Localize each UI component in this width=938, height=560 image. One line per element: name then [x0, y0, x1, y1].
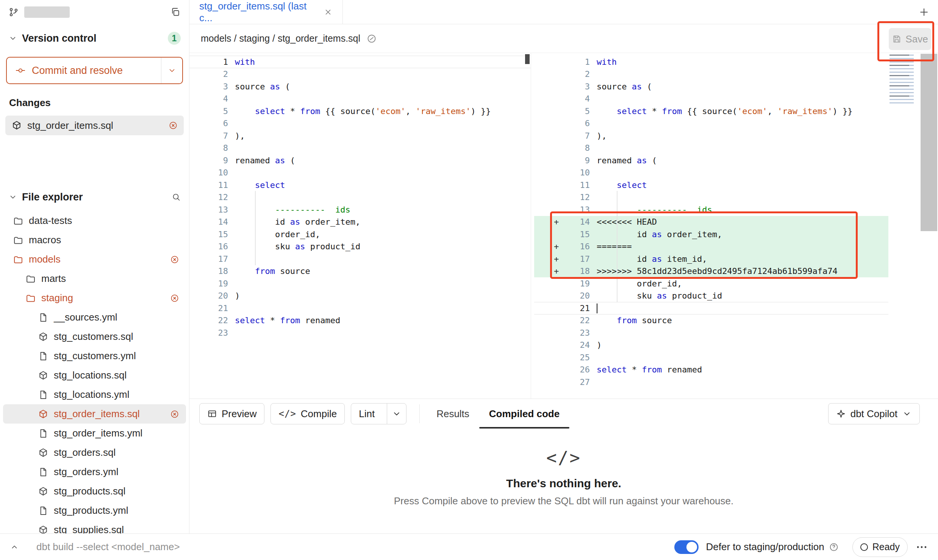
lint-options-dropdown[interactable] [387, 404, 406, 424]
code-line[interactable]: +16======= [534, 241, 888, 253]
code-line[interactable]: 20 sku as product_id [534, 290, 888, 302]
file-tree-item[interactable]: __sources.yml [3, 308, 186, 327]
discard-file-icon[interactable] [170, 294, 179, 303]
ide-status-badge[interactable]: Ready [852, 537, 908, 557]
code-line[interactable]: 14 id as order_item, [189, 216, 531, 228]
copy-icon[interactable] [170, 7, 181, 17]
code-line[interactable]: 1with [534, 56, 888, 68]
code-line[interactable]: 15 id as order_item, [534, 228, 888, 241]
file-tree-item[interactable]: stg_supplies.sql [3, 520, 186, 533]
save-button[interactable]: Save [889, 28, 931, 50]
code-line[interactable]: 13 ---------- ids [189, 203, 531, 216]
tab-compiled-code[interactable]: Compiled code [479, 399, 569, 429]
file-tree-item[interactable]: stg_order_items.yml [3, 424, 186, 443]
dbt-copilot-button[interactable]: dbt Copilot [828, 403, 920, 424]
file-tree-item[interactable]: models [3, 250, 186, 269]
code-line[interactable]: 1with [189, 56, 531, 68]
code-line[interactable]: 9renamed as ( [189, 154, 531, 167]
file-explorer-header[interactable]: File explorer [0, 183, 189, 211]
editor-pane-right[interactable]: 1with23source as (45 select * from {{ so… [534, 53, 888, 399]
code-line[interactable]: 7), [189, 130, 531, 142]
code-line[interactable]: 5 select * from {{ source('ecom', 'raw_i… [189, 105, 531, 117]
code-line[interactable]: 2 [189, 68, 531, 81]
editor-scrollbar-thumb[interactable] [921, 54, 937, 231]
code-line[interactable]: 4 [534, 93, 888, 105]
search-icon[interactable] [172, 192, 181, 202]
file-tree-item[interactable]: stg_order_items.sql [3, 404, 186, 424]
code-line[interactable]: 26select * from renamed [534, 364, 888, 376]
minimap[interactable] [890, 55, 916, 105]
file-tree-item[interactable]: stg_orders.sql [3, 443, 186, 462]
code-line[interactable]: 19 [189, 277, 531, 290]
commit-and-resolve-button[interactable]: Commit and resolve [6, 57, 183, 84]
code-line[interactable]: 22select * from renamed [189, 314, 531, 327]
file-tree-item[interactable]: stg_products.sql [3, 482, 186, 501]
code-line[interactable]: 23 [189, 327, 531, 339]
discard-file-icon[interactable] [169, 121, 178, 130]
expand-command-bar-icon[interactable] [10, 543, 19, 552]
code-line[interactable]: 25 [534, 351, 888, 364]
code-line[interactable]: 27 [534, 376, 888, 388]
branch-icon[interactable] [8, 7, 19, 17]
code-line[interactable]: 22 from source [534, 314, 888, 327]
code-line[interactable]: 8 [189, 142, 531, 155]
code-line[interactable]: 23 [534, 327, 888, 339]
file-tree-item[interactable]: stg_products.yml [3, 501, 186, 520]
code-line[interactable]: 12 [534, 191, 888, 204]
editor-pane-left[interactable]: 1with23source as (45 select * from {{ so… [189, 53, 531, 399]
commit-options-dropdown[interactable] [161, 58, 182, 83]
code-line[interactable]: 10 [534, 167, 888, 179]
version-control-header[interactable]: Version control 1 [0, 24, 189, 52]
code-line[interactable]: 15 order_id, [189, 228, 531, 241]
tab-stg-order-items[interactable]: stg_order_items.sql (last c... [189, 0, 343, 24]
compile-button[interactable]: </> Compile [270, 403, 345, 424]
code-line[interactable]: 12 [189, 191, 531, 204]
commit-button-main[interactable]: Commit and resolve [7, 58, 161, 83]
breadcrumb[interactable]: models / staging / stg_order_items.sql [201, 33, 360, 44]
code-line[interactable]: 19 order_id, [534, 277, 888, 290]
close-icon[interactable] [324, 8, 333, 17]
file-tree-item[interactable]: stg_customers.sql [3, 327, 186, 346]
code-line[interactable]: +18>>>>>>> 58c1dd23d5eebd9cd2495fa7124ab… [534, 265, 888, 278]
code-line[interactable]: 11 select [534, 179, 888, 191]
code-line[interactable]: 17 [189, 253, 531, 265]
code-line[interactable]: 6 [534, 117, 888, 130]
code-line[interactable]: 7), [534, 130, 888, 142]
code-line[interactable]: +17 id as item_id, [534, 253, 888, 265]
editor-scrollbar[interactable] [920, 53, 938, 399]
file-tree-item[interactable]: macros [3, 230, 186, 250]
command-input[interactable]: dbt build --select <model_name> [36, 541, 180, 553]
file-tree-item[interactable]: marts [3, 269, 186, 288]
file-tree-item[interactable]: stg_locations.yml [3, 385, 186, 404]
code-line[interactable]: 10 [189, 167, 531, 179]
defer-toggle[interactable] [674, 540, 699, 554]
file-tree-item[interactable]: data-tests [3, 211, 186, 230]
code-line[interactable]: 2 [534, 68, 888, 81]
file-tree-item[interactable]: stg_locations.sql [3, 366, 186, 385]
code-line[interactable]: 4 [189, 93, 531, 105]
lint-button-main[interactable]: Lint [351, 404, 382, 424]
code-line[interactable]: 3source as ( [534, 80, 888, 93]
code-line[interactable]: 21 [534, 302, 888, 314]
file-tree-item[interactable]: stg_customers.yml [3, 346, 186, 366]
pane-scrollbar-thumb[interactable] [525, 54, 530, 64]
code-line[interactable]: 9renamed as ( [534, 154, 888, 167]
code-line[interactable]: 5 select * from {{ source('ecom', 'raw_i… [534, 105, 888, 117]
code-line[interactable]: 16 sku as product_id [189, 241, 531, 253]
lint-button[interactable]: Lint [351, 403, 406, 424]
code-line[interactable]: 18 from source [189, 265, 531, 278]
preview-button[interactable]: Preview [199, 403, 264, 424]
more-options-icon[interactable] [915, 541, 928, 554]
code-line[interactable]: +14<<<<<<< HEAD [534, 216, 888, 228]
code-line[interactable]: 13 ---------- ids [534, 203, 888, 216]
changed-file-row[interactable]: stg_order_items.sql [5, 116, 184, 135]
code-line[interactable]: 24) [534, 339, 888, 352]
code-line[interactable]: 21 [189, 302, 531, 314]
code-line[interactable]: 8 [534, 142, 888, 155]
code-line[interactable]: 11 select [189, 179, 531, 191]
new-tab-icon[interactable] [918, 6, 930, 18]
file-tree-item[interactable]: stg_orders.yml [3, 462, 186, 482]
discard-file-icon[interactable] [170, 410, 179, 419]
code-line[interactable]: 6 [189, 117, 531, 130]
discard-file-icon[interactable] [170, 255, 179, 264]
